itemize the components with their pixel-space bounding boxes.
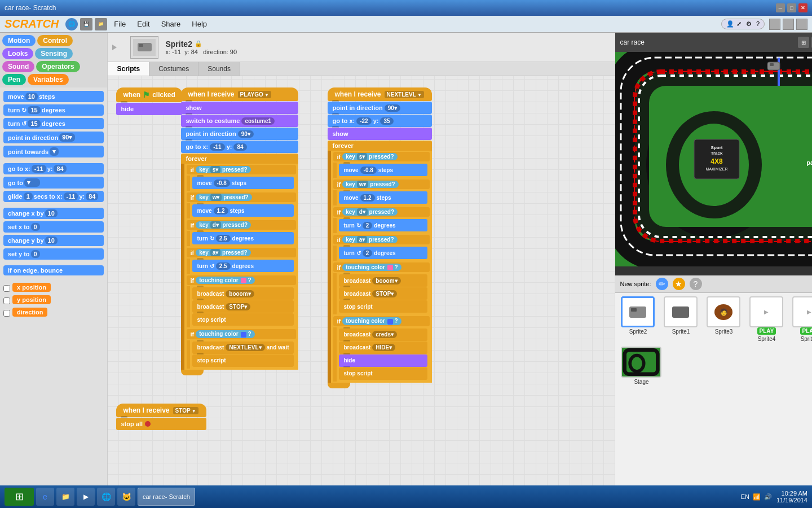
block-goto-xy[interactable]: go to x: -11 y: 84 — [3, 163, 104, 174]
block-stop-script-3[interactable]: stop script — [339, 300, 427, 313]
menu-file[interactable]: File — [109, 19, 130, 29]
block-turn-25-ccw[interactable]: turn ↺ 2.5 degrees — [192, 260, 293, 272]
start-button[interactable]: ⊞ — [5, 488, 34, 506]
block-stop-script-2[interactable]: stop script — [192, 354, 293, 367]
block-turn-ccw[interactable]: turn ↺ 15 degrees — [3, 118, 104, 129]
block-move-steps[interactable]: move 10 steps — [3, 91, 104, 102]
sprite-item-sprite5[interactable]: ▶ PLAY Sprite5 — [790, 296, 812, 342]
block-broadcast-stop-2[interactable]: broadcast STOP▾ — [339, 287, 427, 300]
if-key-w[interactable]: if key w▾ pressed? — [187, 192, 295, 202]
if-key-d[interactable]: if key d▾ pressed? — [187, 220, 295, 230]
hat-receive-nextlevl[interactable]: when I receive NEXTLEVL — [328, 87, 431, 101]
block-goto[interactable]: go to ▾ — [3, 177, 104, 189]
maximize-button[interactable]: □ — [787, 3, 796, 12]
cat-sound[interactable]: Sound — [2, 61, 34, 72]
var-y-position[interactable]: y position — [12, 295, 51, 304]
view-btn-1[interactable] — [769, 19, 780, 30]
cat-looks[interactable]: Looks — [2, 48, 33, 59]
block-switch-costume[interactable]: switch to costume costume1 — [181, 115, 298, 127]
if-key-w-2[interactable]: if key w▾ pressed? — [333, 179, 429, 189]
block-stop-all[interactable]: stop all — [116, 418, 206, 430]
if-touching-blue-2[interactable]: if touching color ? — [333, 316, 429, 326]
menu-share[interactable]: Share — [157, 19, 186, 29]
sprite-item-sprite4[interactable]: ▶ PLAY Sprite4 — [747, 296, 785, 342]
block-set-x[interactable]: set x to 0 — [3, 221, 104, 233]
close-button[interactable]: ✕ — [798, 3, 807, 12]
menu-edit[interactable]: Edit — [133, 19, 154, 29]
var-direction[interactable]: direction — [12, 308, 47, 317]
cat-pen[interactable]: Pen — [2, 74, 26, 85]
block-show[interactable]: show — [181, 102, 298, 114]
globe-icon[interactable]: 🌐 — [65, 18, 78, 30]
block-change-x[interactable]: change x by 10 — [3, 208, 104, 219]
block-move-neg08[interactable]: move -0.8 steps — [192, 177, 293, 189]
cat-variables[interactable]: Variables — [28, 74, 69, 85]
block-broadcast-creds[interactable]: broadcast creds▾ — [339, 329, 427, 341]
view-btn-3[interactable] — [796, 19, 807, 30]
block-move-12[interactable]: move 1.2 steps — [192, 204, 293, 217]
if-key-d-2[interactable]: if key d▾ pressed? — [333, 207, 429, 217]
if-key-a[interactable]: if key a▾ pressed? — [187, 248, 295, 257]
block-if-edge[interactable]: if on edge, bounce — [3, 265, 104, 275]
if-touching-pink-2[interactable]: if touching color ? — [333, 262, 429, 272]
if-key-a-2[interactable]: if key a▾ pressed? — [333, 235, 429, 244]
tab-sounds[interactable]: Sounds — [198, 62, 240, 76]
account-area[interactable]: 👤 ⤢ ⚙ ? — [721, 19, 765, 29]
cat-operators[interactable]: Operators — [36, 61, 80, 72]
cat-control[interactable]: Control — [37, 35, 73, 46]
block-change-y[interactable]: change y by 10 — [3, 235, 104, 246]
collapse-arrow[interactable] — [112, 30, 123, 64]
new-sprite-question[interactable]: ? — [690, 278, 702, 290]
new-sprite-star[interactable]: ★ — [673, 278, 685, 290]
block-broadcast-booom-2[interactable]: broadcast booom▾ — [339, 274, 427, 287]
menu-help[interactable]: Help — [187, 19, 211, 29]
new-sprite-paint[interactable]: ✏ — [656, 278, 668, 290]
tab-scripts[interactable]: Scripts — [108, 62, 149, 76]
if-touching-color-1[interactable]: if touching color ? — [187, 275, 295, 285]
titlebar-controls[interactable]: ─ □ ✕ — [776, 3, 807, 12]
tb-chrome-btn[interactable]: 🌐 — [97, 488, 115, 506]
checkbox-y-pos[interactable] — [3, 297, 10, 304]
block-goto-xy-2[interactable]: go to x: -11 y: 84 — [181, 141, 298, 153]
hat-receive-stop[interactable]: when I receive STOP — [116, 404, 206, 417]
block-stop-script-1[interactable]: stop script — [192, 313, 293, 326]
sprite-item-sprite2[interactable]: Sprite2 — [619, 296, 657, 342]
tb-files-btn[interactable]: 📁 — [56, 488, 74, 506]
block-hide-2[interactable]: hide — [339, 354, 427, 367]
tab-costumes[interactable]: Costumes — [149, 62, 198, 76]
minimize-button[interactable]: ─ — [776, 3, 785, 12]
var-x-position[interactable]: x position — [12, 283, 51, 292]
block-point-dir-2[interactable]: point in direction 90▾ — [181, 128, 298, 140]
if-key-s[interactable]: if key s▾ pressed? — [187, 165, 295, 174]
hat-when-clicked[interactable]: when ⚑ clicked — [116, 87, 182, 102]
tb-scratch-btn[interactable]: 🐱 — [117, 488, 135, 506]
block-move-12-2[interactable]: move 1.2 steps — [339, 191, 427, 204]
block-goto-xy-3[interactable]: go to x: -22 y: 35 — [328, 115, 431, 127]
fullscreen-btn[interactable]: ⤢ — [736, 20, 742, 28]
block-glide[interactable]: glide 1 secs to x: -11 y: 84 — [3, 191, 104, 202]
stage-item[interactable]: Stage — [619, 347, 664, 385]
block-turn-2-cw[interactable]: turn ↻ 2 degrees — [339, 219, 427, 231]
tb-app-scratch[interactable]: car race- Scratch — [138, 488, 195, 506]
settings-btn[interactable]: ⚙ — [746, 20, 752, 28]
block-point-dir[interactable]: point in direction 90▾ — [3, 132, 104, 143]
block-show-2[interactable]: show — [328, 128, 431, 140]
stage-ctrl-1[interactable]: ⊞ — [798, 37, 809, 48]
block-turn-2-ccw[interactable]: turn ↺ 2 degrees — [339, 247, 427, 259]
view-btn-2[interactable] — [783, 19, 794, 30]
block-broadcast-booom[interactable]: broadcast booom▾ — [192, 287, 293, 300]
block-hide[interactable]: hide — [116, 103, 182, 115]
block-turn-cw[interactable]: turn ↻ 15 degrees — [3, 104, 104, 116]
checkbox-x-pos[interactable] — [3, 285, 10, 292]
tb-ie-btn[interactable]: e — [36, 488, 54, 506]
block-turn-25-cw[interactable]: turn ↻ 2.5 degrees — [192, 232, 293, 244]
help-btn[interactable]: ? — [756, 20, 760, 28]
block-point-towards[interactable]: point towards ▾ — [3, 146, 104, 157]
if-key-s-2[interactable]: if key s▾ pressed? — [333, 152, 429, 161]
if-touching-color-2[interactable]: if touching color ? — [187, 329, 295, 339]
folder-icon[interactable]: 📁 — [95, 18, 107, 30]
block-set-y[interactable]: set y to 0 — [3, 248, 104, 260]
hat-receive-playgo[interactable]: when I receive PLAYGO — [181, 87, 298, 101]
block-broadcast-stop-1[interactable]: broadcast STOP▾ — [192, 300, 293, 313]
block-broadcast-hide[interactable]: broadcast HIDE▾ — [339, 341, 427, 354]
